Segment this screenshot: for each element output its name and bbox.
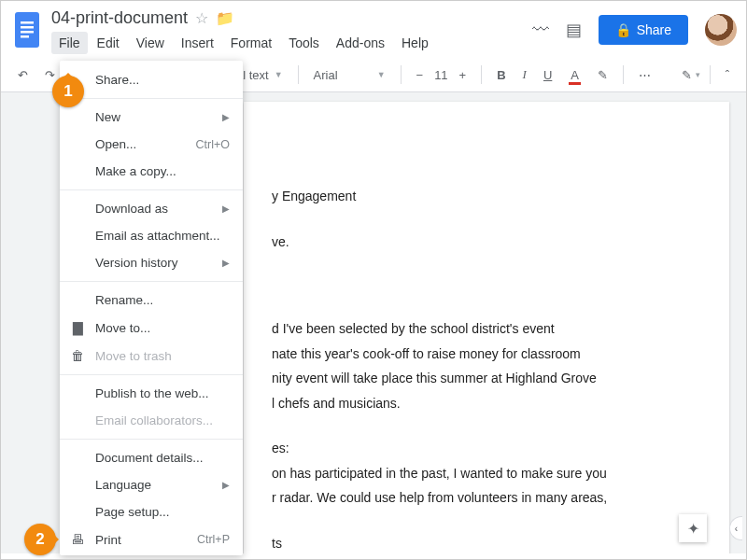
menu-item-rename[interactable]: Rename... xyxy=(60,287,243,314)
caret-down-icon: ▼ xyxy=(275,70,283,79)
separator xyxy=(298,65,299,84)
caret-down-icon: ▾ xyxy=(696,70,700,79)
svg-rect-2 xyxy=(21,26,34,29)
page[interactable]: y Engagement ve. d I've been selected by… xyxy=(244,102,729,553)
separator xyxy=(401,65,402,84)
menu-item-email-collaborators: Email collaborators... xyxy=(60,407,243,434)
lock-icon: 🔒 xyxy=(615,22,631,37)
body-text: nate this year's cook-off to raise money… xyxy=(272,343,701,364)
decrease-font-button[interactable]: − xyxy=(411,64,430,86)
body-text: es: xyxy=(272,438,701,458)
separator xyxy=(481,65,482,84)
bold-button[interactable]: B xyxy=(491,64,511,86)
highlight-button[interactable]: ✎ xyxy=(592,64,613,86)
menu-edit[interactable]: Edit xyxy=(90,32,127,54)
body-text: on has participated in the past, I wante… xyxy=(272,463,701,483)
star-icon[interactable]: ☆ xyxy=(195,9,208,27)
body-text: nity event will take place this summer a… xyxy=(272,368,701,388)
font-select[interactable]: Arial▼ xyxy=(308,64,391,86)
increase-font-button[interactable]: + xyxy=(454,64,472,86)
folder-icon: ▇ xyxy=(69,320,86,335)
callout-2: 2 xyxy=(24,524,56,555)
body-text: ve. xyxy=(272,231,701,252)
menu-item-move-to[interactable]: ▇Move to... xyxy=(60,314,243,342)
body-text: r radar. We could use help from voluntee… xyxy=(272,487,701,508)
activity-icon[interactable]: 〰 xyxy=(532,21,549,40)
menu-item-publish-web[interactable]: Publish to the web... xyxy=(60,380,243,407)
menu-help[interactable]: Help xyxy=(394,32,436,54)
side-panel-toggle[interactable]: ‹ xyxy=(729,516,742,540)
menu-file[interactable]: File xyxy=(51,32,88,54)
explore-button[interactable]: ✦ xyxy=(679,514,707,542)
body-text: l chefs and musicians. xyxy=(272,393,701,413)
menu-item-new[interactable]: New▶ xyxy=(60,104,243,131)
caret-down-icon: ▼ xyxy=(377,70,386,79)
menu-item-make-copy[interactable]: Make a copy... xyxy=(60,158,243,185)
body-text: ts xyxy=(272,533,701,553)
undo-button[interactable]: ↶ xyxy=(12,64,34,86)
menu-item-share[interactable]: Share... xyxy=(60,66,243,93)
separator xyxy=(710,65,711,84)
folder-icon[interactable]: 📁 xyxy=(216,9,234,27)
font-size[interactable]: 11 xyxy=(434,68,447,82)
submenu-arrow-icon: ▶ xyxy=(222,112,230,122)
account-avatar[interactable] xyxy=(705,14,737,46)
svg-rect-4 xyxy=(21,35,29,38)
trash-icon: 🗑 xyxy=(69,348,86,363)
submenu-arrow-icon: ▶ xyxy=(222,203,230,214)
editing-mode-button[interactable]: ✎▾ xyxy=(682,68,700,82)
menu-addons[interactable]: Add-ons xyxy=(329,32,392,54)
menu-item-language[interactable]: Language▶ xyxy=(60,471,243,498)
file-menu-dropdown: Share... New▶ Open...Ctrl+O Make a copy.… xyxy=(60,61,243,555)
italic-button[interactable]: I xyxy=(517,63,532,86)
menu-view[interactable]: View xyxy=(129,32,172,54)
menubar: File Edit View Insert Format Tools Add-o… xyxy=(51,32,532,54)
menu-item-page-setup[interactable]: Page setup... xyxy=(60,498,243,525)
menu-item-move-to-trash: 🗑Move to trash xyxy=(60,342,243,370)
share-button[interactable]: 🔒 Share xyxy=(599,15,688,45)
menu-item-print[interactable]: 🖶PrintCtrl+P xyxy=(60,525,243,553)
submenu-arrow-icon: ▶ xyxy=(222,258,230,268)
menu-tools[interactable]: Tools xyxy=(281,32,327,54)
callout-1: 1 xyxy=(52,76,84,107)
body-text: d I've been selected by the school distr… xyxy=(272,318,701,339)
text-color-button[interactable]: A xyxy=(563,64,586,86)
menu-item-email-attachment[interactable]: Email as attachment... xyxy=(60,222,243,249)
svg-rect-0 xyxy=(15,12,39,48)
menu-item-version-history[interactable]: Version history▶ xyxy=(60,249,243,276)
document-title[interactable]: 04-print-document xyxy=(51,8,188,28)
submenu-arrow-icon: ▶ xyxy=(222,480,230,490)
share-label: Share xyxy=(637,22,671,37)
print-icon: 🖶 xyxy=(69,532,86,547)
menu-item-open[interactable]: Open...Ctrl+O xyxy=(60,131,243,158)
menu-format[interactable]: Format xyxy=(223,32,279,54)
menu-item-document-details[interactable]: Document details... xyxy=(60,444,243,471)
svg-rect-3 xyxy=(21,31,34,34)
more-tools-button[interactable]: ⋯ xyxy=(633,64,656,86)
body-text: y Engagement xyxy=(272,186,701,206)
menu-item-download-as[interactable]: Download as▶ xyxy=(60,195,243,222)
menu-insert[interactable]: Insert xyxy=(174,32,221,54)
collapse-toolbar-button[interactable]: ˆ xyxy=(720,64,735,86)
comments-icon[interactable]: ▤ xyxy=(566,20,582,40)
svg-rect-1 xyxy=(21,21,34,24)
docs-logo[interactable] xyxy=(10,8,44,51)
underline-button[interactable]: U xyxy=(538,64,557,86)
separator xyxy=(623,65,624,84)
